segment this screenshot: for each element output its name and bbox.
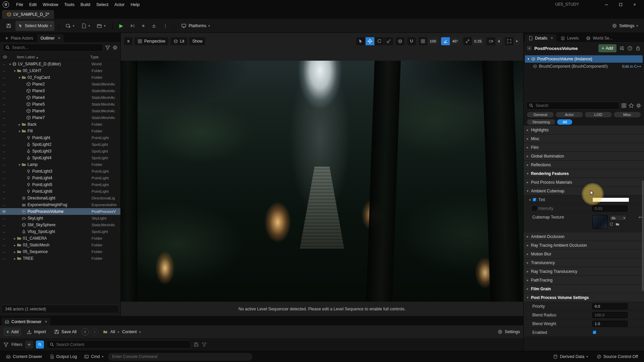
move-tool[interactable]	[366, 37, 374, 45]
outliner-search-input[interactable]	[12, 45, 100, 50]
section-reflections[interactable]: ▸Reflections	[524, 161, 644, 169]
outliner-row-plane6[interactable]: Plane6StaticMeshAc	[0, 108, 120, 114]
outliner-row-spotlight4[interactable]: SpotLight4SpotLight	[0, 155, 120, 161]
scale-snap-value[interactable]: 0.25	[472, 37, 484, 45]
derived-data-button[interactable]: Derived Data ▾	[550, 352, 590, 361]
row-expander[interactable]: ▸	[13, 257, 17, 260]
visibility-toggle[interactable]	[0, 117, 8, 119]
row-expander[interactable]: ▾	[17, 163, 21, 167]
visibility-toggle[interactable]	[0, 137, 8, 139]
eye-closed-icon[interactable]	[3, 77, 6, 78]
row-expander[interactable]: ▾	[17, 129, 21, 133]
outliner-row-directionallight[interactable]: DirectionalLightDirectionalLig	[0, 195, 120, 201]
filter-chip-streaming[interactable]: Streaming	[527, 119, 555, 125]
eye-closed-icon[interactable]	[3, 197, 6, 199]
cb-view-options-icon[interactable]	[202, 342, 207, 347]
eye-closed-icon[interactable]	[3, 157, 6, 159]
select-mode-dropdown[interactable]: Select Mode ▾	[15, 21, 54, 31]
visibility-toggle[interactable]	[0, 164, 8, 166]
cb-add-button[interactable]: +Add	[3, 327, 21, 336]
menu-window[interactable]: Window	[40, 2, 61, 7]
eye-closed-icon[interactable]	[3, 97, 6, 99]
priority-field[interactable]: 0.0	[592, 303, 628, 309]
tab-levels[interactable]: Levels	[557, 34, 582, 42]
outliner-column-headers[interactable]: Item Label ▲ Type	[0, 53, 120, 61]
visibility-toggle[interactable]	[0, 150, 8, 152]
tab-world-settings[interactable]: World Se...	[583, 34, 616, 42]
eye-closed-icon[interactable]	[3, 251, 6, 253]
visibility-toggle[interactable]	[0, 177, 8, 179]
visibility-toggle[interactable]	[0, 231, 8, 233]
row-expander[interactable]: ▸	[13, 237, 17, 240]
visibility-toggle[interactable]	[0, 63, 8, 65]
blend-weight-field[interactable]: 1.0	[592, 321, 628, 327]
visibility-toggle[interactable]	[0, 171, 8, 172]
details-settings-icon[interactable]	[636, 103, 641, 108]
visibility-toggle[interactable]	[0, 224, 8, 226]
section-ambient-occlusion[interactable]: ▸Ambient Occlusion	[524, 232, 644, 241]
intensity-field[interactable]: 0.03	[592, 205, 628, 212]
outliner-row-05-sequence[interactable]: ▸05_SequenceFolder	[0, 248, 120, 255]
tab-place-actors[interactable]: Place Actors	[1, 34, 37, 42]
visibility-toggle[interactable]	[0, 244, 8, 246]
surface-snap-toggle[interactable]	[407, 37, 416, 45]
outliner-row-tree[interactable]: ▸TREEFolder	[0, 255, 120, 262]
frame-skip-button[interactable]	[127, 21, 138, 31]
outliner-row-skylight[interactable]: SkyLightSkyLight	[0, 215, 120, 222]
viewport-layout-button[interactable]	[505, 37, 514, 45]
eye-closed-icon[interactable]	[3, 137, 6, 139]
filter-chip-all[interactable]: All	[557, 119, 572, 125]
breadcrumb-all[interactable]: All	[110, 329, 115, 334]
settings-dropdown[interactable]: Settings ▾	[609, 21, 641, 31]
rotation-snap-value[interactable]: 45°	[450, 37, 460, 45]
cinematics-dropdown[interactable]: ▾	[94, 21, 108, 31]
section-ambient-cubemap[interactable]: ▾Ambient Cubemap	[524, 187, 644, 195]
outliner-row-sm-skysphere[interactable]: SM_SkySphereStaticMeshAc	[0, 222, 120, 228]
grid-snap-control[interactable]: 100	[419, 37, 438, 45]
filter-chip-lod[interactable]: LOD	[585, 112, 612, 117]
visibility-toggle[interactable]	[0, 124, 8, 125]
output-log-button[interactable]: Output Log	[47, 352, 80, 361]
eye-closed-icon[interactable]	[3, 124, 6, 125]
perspective-dropdown[interactable]: Perspective	[135, 37, 168, 45]
visibility-toggle[interactable]	[0, 157, 8, 159]
use-selected-asset-icon[interactable]	[609, 222, 613, 226]
visibility-toggle[interactable]	[0, 97, 8, 99]
visibility-toggle[interactable]	[0, 191, 8, 192]
type-column[interactable]: Type	[90, 55, 118, 59]
grid-snap-value[interactable]: 100	[427, 37, 438, 45]
visibility-toggle[interactable]	[0, 104, 8, 105]
visibility-toggle[interactable]	[0, 238, 8, 239]
tint-expander[interactable]: ▸	[528, 198, 532, 201]
section-pathtracing[interactable]: ▸PathTracing	[524, 276, 644, 285]
edit-in-cpp-link[interactable]: Edit in C++	[622, 64, 641, 68]
section-highlights[interactable]: ▸Highlights	[524, 126, 644, 134]
close-content-browser-tab[interactable]: ×	[45, 319, 47, 324]
outliner-row-plane4[interactable]: Plane4StaticMeshAc	[0, 94, 120, 101]
tab-outliner[interactable]: Outliner ×	[37, 34, 64, 42]
level-tab[interactable]: LV_SAMPLE_D_2*	[2, 10, 54, 19]
details-scrollbar[interactable]	[642, 180, 644, 291]
visibility-toggle[interactable]	[0, 83, 8, 85]
close-button[interactable]: ×	[628, 0, 641, 9]
cubemap-texture-thumbnail[interactable]	[592, 215, 608, 229]
eject-button[interactable]	[149, 21, 159, 31]
cb-search-toggle[interactable]	[36, 341, 44, 349]
section-post-process-volume-settings[interactable]: ▾Post Process Volume Settings	[524, 293, 644, 302]
outliner-row-exponentialheightfog[interactable]: ExponentialHeightFogExponentialHe	[0, 201, 120, 208]
tint-override-checkbox[interactable]	[532, 197, 537, 202]
scale-snap-control[interactable]: 0.25	[463, 37, 484, 45]
visibility-toggle[interactable]	[0, 77, 8, 78]
source-control-button[interactable]: Source Control Off	[594, 352, 641, 361]
outliner-row-lamp[interactable]: ▾LampFolder	[0, 161, 120, 168]
blueprints-dropdown[interactable]: ▾	[78, 21, 93, 31]
section-film[interactable]: ▸Film	[524, 143, 644, 152]
cb-settings-icon[interactable]	[497, 329, 503, 335]
visibility-toggle[interactable]	[0, 251, 8, 253]
play-button[interactable]: ▶	[117, 21, 126, 31]
eye-closed-icon[interactable]	[3, 130, 6, 132]
viewport-scene[interactable]	[121, 61, 523, 302]
breadcrumb-content[interactable]: Content	[122, 329, 137, 334]
rotate-tool[interactable]	[375, 37, 384, 45]
eye-closed-icon[interactable]	[3, 191, 6, 192]
